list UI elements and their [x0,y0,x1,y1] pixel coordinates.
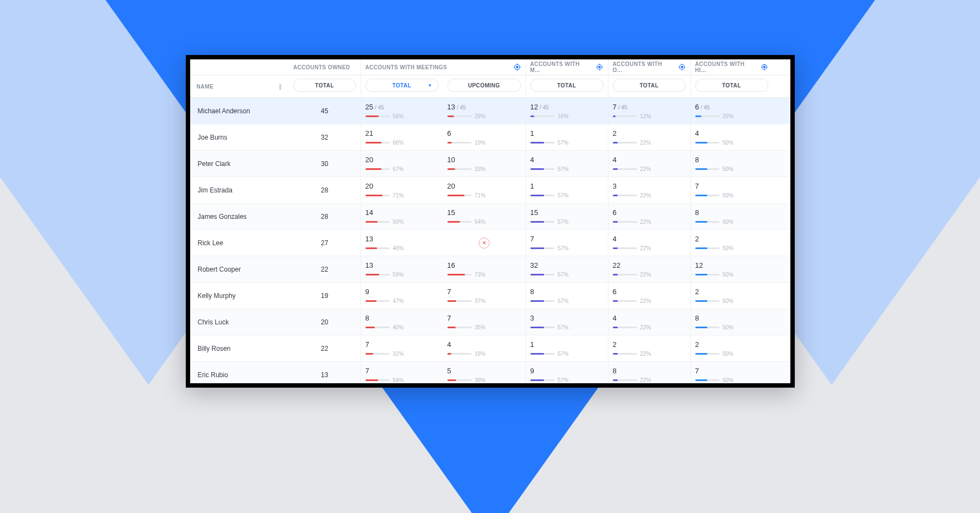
metric-cell[interactable]: 9 57% [525,362,608,383]
metric-cell[interactable]: 4 22% [608,151,690,176]
filter-owned-total[interactable]: TOTAL [294,79,356,92]
metric-cell[interactable]: 8 50% [690,151,773,176]
target-icon[interactable] [513,63,521,71]
metric-cell[interactable]: 7 54% [361,362,443,383]
metric-cell[interactable]: 13 48% [361,230,443,256]
metric-cell[interactable]: 8 50% [690,309,773,335]
metric-percent: 56% [393,113,404,119]
table-row[interactable]: Rick Lee 27 13 48% ✕ 7 57% 4 [190,230,790,256]
cell-owned: 30 [289,151,361,176]
target-icon[interactable] [678,63,686,71]
metric-cell[interactable]: 3 22% [608,177,690,203]
cell-owned: 22 [289,335,361,361]
metric-cell[interactable]: 4 18% [443,335,525,361]
metric-cell[interactable]: 12 / 45 16% [525,98,608,124]
metric-cell[interactable]: 7 / 45 12% [608,98,690,124]
metric-cell[interactable]: 7 57% [525,230,608,256]
metric-cell[interactable]: 13 / 45 29% [443,98,525,124]
metric-cell[interactable]: 4 57% [525,151,608,176]
metric-cell[interactable]: 4 22% [608,230,690,256]
metric-cell[interactable]: 8 57% [525,283,608,308]
metric-cell[interactable]: 8 50% [690,203,773,229]
metric-cell[interactable]: 6 / 45 25% [690,98,773,124]
table-row[interactable]: Michael Anderson 45 25 / 45 56% 13 / 45 … [190,98,790,124]
metric-cell[interactable]: 1 57% [525,177,608,203]
filter-meetings-upcoming[interactable]: UPCOMING [447,79,521,92]
metric-cell[interactable]: 7 37% [443,283,525,308]
metric-percent: 22% [640,351,651,357]
metric-cell[interactable]: 10 33% [443,151,525,176]
metric-cell[interactable]: 4 22% [608,309,690,335]
metric-percent: 25% [723,113,734,119]
metric-cell[interactable]: 7 50% [690,177,773,203]
metric-cell[interactable]: 2 50% [690,230,773,256]
progress-bar [366,300,390,302]
progress-bar [447,300,472,302]
table-row[interactable]: Robert Cooper 22 13 59% 16 73% 32 [190,256,790,283]
metric-cell[interactable]: 2 22% [608,124,690,150]
metric-cell[interactable]: 12 50% [690,256,773,282]
metric-cell[interactable]: 5 38% [443,362,525,383]
metric-percent: 50% [723,324,734,330]
metric-percent: 35% [475,324,486,330]
metric-cell[interactable]: 21 66% [361,124,443,150]
metric-cell[interactable]: 20 71% [443,177,525,203]
metric-percent: 22% [640,298,651,304]
metric-percent: 57% [558,219,569,225]
progress-bar [530,274,555,275]
metric-percent: 22% [640,140,651,146]
metric-cell[interactable]: 25 / 45 56% [361,98,443,124]
metric-cell[interactable]: 16 73% [443,256,525,282]
metric-cell[interactable]: 14 50% [361,203,443,229]
metric-cell[interactable]: 4 50% [690,124,773,150]
target-icon[interactable] [596,63,603,71]
metric-cell[interactable]: 1 57% [525,335,608,361]
table-row[interactable]: Peter Clark 30 20 67% 10 33% 4 57% [190,151,790,177]
target-icon[interactable] [761,63,768,71]
metric-percent: 71% [393,192,404,198]
progress-bar [530,379,555,381]
metric-cell[interactable]: 20 67% [361,151,443,176]
progress-bar [447,353,472,355]
metric-cell[interactable]: 22 22% [608,256,690,282]
progress-bar [447,274,472,275]
metric-cell[interactable]: 20 71% [361,177,443,203]
close-icon[interactable]: ✕ [479,238,490,249]
table-row[interactable]: Kelly Murphy 19 9 47% 7 37% 8 57% [190,283,790,309]
table-row[interactable]: James Gonzales 28 14 50% 15 54% 15 [190,203,790,230]
filter-hi-total[interactable]: TOTAL [695,79,768,92]
metric-cell[interactable]: 6 22% [608,203,690,229]
table-row[interactable]: Chris Luck 20 8 40% 7 35% 3 57% [190,309,790,335]
metric-cell[interactable]: 7 50% [690,362,773,383]
metric-cell[interactable]: 8 22% [608,362,690,383]
metric-denominator: / 45 [618,104,628,111]
metric-cell[interactable]: 7 32% [361,335,443,361]
metric-cell[interactable]: 8 40% [361,309,443,335]
header-m: ACCOUNTS WITH M... [525,59,608,75]
metric-percent: 57% [558,272,569,278]
metric-cell[interactable]: 2 50% [690,283,773,308]
metric-cell[interactable]: 2 22% [608,335,690,361]
table-row[interactable]: Joe Burns 32 21 66% 6 19% 1 57% [190,124,790,151]
metric-percent: 33% [475,166,486,172]
metric-cell[interactable]: 15 57% [525,203,608,229]
metric-cell[interactable]: 3 57% [525,309,608,335]
table-row[interactable]: Eric Rubio 13 7 54% 5 38% 9 57% [190,362,790,383]
metric-cell[interactable]: 2 50% [690,335,773,361]
metric-cell[interactable]: 6 22% [608,283,690,308]
metric-cell[interactable]: 13 59% [361,256,443,282]
table-row[interactable]: Billy Rosen 22 7 32% 4 18% 1 57% [190,335,790,362]
metric-cell[interactable]: 15 54% [443,203,525,229]
metric-percent: 50% [723,192,734,198]
metric-cell[interactable]: 9 47% [361,283,443,308]
sort-icon[interactable]: ∥ [279,83,282,90]
metric-cell[interactable]: 7 35% [443,309,525,335]
filter-o-total[interactable]: TOTAL [613,79,686,92]
metric-cell[interactable]: 1 57% [525,124,608,150]
column-header-name[interactable]: NAME ∥ [197,80,283,93]
filter-meetings-total[interactable]: TOTAL▼ [366,79,439,92]
table-row[interactable]: Jim Estrada 28 20 71% 20 71% 1 57% [190,177,790,203]
metric-cell[interactable]: 32 57% [525,256,608,282]
metric-cell[interactable]: 6 19% [443,124,525,150]
filter-m-total[interactable]: TOTAL [530,79,603,92]
